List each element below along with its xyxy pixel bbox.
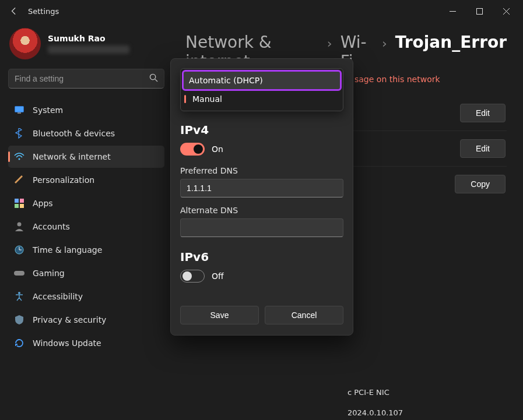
svg-point-18 [18,292,20,294]
window-controls [439,0,520,22]
cancel-button[interactable]: Cancel [265,306,343,324]
sidebar-item-label: Accounts [33,222,70,231]
sidebar-item-accessibility[interactable]: Accessibility [8,285,164,308]
person-icon [14,221,24,232]
alternate-dns-label: Alternate DNS [180,206,343,215]
dropdown-option-label: Automatic (DHCP) [189,76,263,85]
sidebar-item-network[interactable]: Network & internet [8,146,164,168]
chevron-right-icon: › [327,36,332,51]
save-button[interactable]: Save [180,306,259,324]
ip-assignment-dropdown[interactable]: Automatic (DHCP) Manual [180,68,343,111]
svg-point-8 [19,158,20,160]
sidebar-item-personalization[interactable]: Personalization [8,169,164,191]
search-input[interactable] [15,74,149,83]
svg-rect-1 [476,8,482,14]
edit-button[interactable]: Edit [460,104,506,122]
search-icon [149,73,158,84]
close-button[interactable] [493,0,520,22]
accessibility-icon [14,291,24,302]
ipv6-toggle-row: Off [180,270,343,283]
breadcrumb-ssid: Trojan_Error [395,33,507,52]
dropdown-option-automatic[interactable]: Automatic (DHCP) [183,71,341,90]
update-icon [14,338,24,348]
ipv4-toggle[interactable] [180,143,205,156]
close-icon [503,8,510,15]
detail-block: c PCI-E NIC 2024.0.10.107 Network band: [219,382,507,420]
dropdown-option-manual[interactable]: Manual [183,90,341,108]
driver-label [219,408,348,417]
avatar [9,28,41,59]
sidebar-item-label: System [33,105,63,115]
wifi-icon [14,151,24,162]
driver-version: 2024.0.10.107 [348,408,403,417]
svg-line-5 [155,79,157,81]
sidebar-item-label: Privacy & security [33,315,106,324]
nic-label [219,388,348,397]
arrow-left-icon [10,7,18,15]
svg-rect-6 [15,107,24,112]
ipv6-heading: IPv6 [180,250,343,264]
dropdown-option-label: Manual [192,94,222,104]
sidebar-item-label: Accessibility [33,292,83,301]
sidebar-item-label: Apps [33,199,53,208]
minimize-icon [450,8,456,15]
warning-text: sage on this network [354,75,507,84]
search-box[interactable] [8,69,164,89]
detail-row: 2024.0.10.107 [219,403,507,420]
svg-point-4 [150,74,155,79]
profile-email-blur [48,45,129,54]
sidebar-item-privacy[interactable]: Privacy & security [8,309,164,331]
preferred-dns-input[interactable] [180,179,343,197]
sidebar-item-apps[interactable]: Apps [8,192,164,214]
sidebar-item-label: Network & internet [33,152,111,161]
preferred-dns-label: Preferred DNS [180,166,343,175]
alternate-dns-input[interactable] [180,218,343,237]
sidebar-item-label: Personalization [33,175,94,185]
chevron-right-icon: › [382,36,387,51]
detail-row: c PCI-E NIC [219,382,507,403]
sidebar-item-time[interactable]: Time & language [8,239,164,261]
bluetooth-icon [14,128,24,139]
dialog-button-row: Save Cancel [180,306,343,324]
system-icon [14,105,24,115]
apps-icon [14,198,24,209]
svg-rect-9 [15,199,19,203]
edit-button[interactable]: Edit [460,139,506,158]
titlebar: Settings [0,0,523,22]
maximize-icon [476,8,483,15]
profile[interactable]: Sumukh Rao [8,28,164,59]
back-button[interactable] [3,1,24,22]
maximize-button[interactable] [466,0,493,22]
svg-rect-17 [14,271,24,276]
ipv4-heading: IPv4 [180,123,343,137]
ipv4-toggle-row: On [180,143,343,156]
ipv4-toggle-state: On [212,144,223,154]
svg-point-13 [17,223,22,227]
shield-icon [14,315,24,325]
sidebar-item-label: Windows Update [33,338,101,348]
sidebar-item-bluetooth[interactable]: Bluetooth & devices [8,122,164,144]
ipv6-toggle-state: Off [212,271,224,281]
brush-icon [14,175,24,185]
nic-value: c PCI-E NIC [348,388,389,397]
clock-icon [14,245,24,255]
sidebar-item-accounts[interactable]: Accounts [8,216,164,238]
svg-rect-11 [15,204,19,208]
sidebar-item-update[interactable]: Windows Update [8,332,164,354]
sidebar-item-gaming[interactable]: Gaming [8,262,164,284]
gamepad-icon [14,268,24,278]
svg-rect-12 [20,204,24,208]
profile-name: Sumukh Rao [48,34,129,43]
minimize-button[interactable] [439,0,466,22]
svg-rect-7 [17,112,21,114]
ip-settings-dialog: Automatic (DHCP) Manual IPv4 On Preferre… [170,58,353,336]
sidebar-item-label: Bluetooth & devices [33,129,115,138]
sidebar: Sumukh Rao System Bluetooth & devices Ne… [0,22,169,420]
nav-list: System Bluetooth & devices Network & int… [8,99,164,354]
sidebar-item-label: Time & language [33,245,102,255]
ipv6-toggle[interactable] [180,270,205,283]
sidebar-item-label: Gaming [33,269,65,278]
sidebar-item-system[interactable]: System [8,99,164,121]
svg-rect-10 [20,199,24,203]
copy-button[interactable]: Copy [455,175,506,193]
